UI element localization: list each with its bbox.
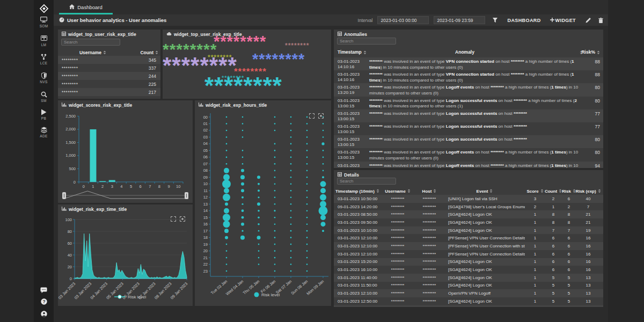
sidebar-item-sm[interactable]: SM xyxy=(34,91,54,103)
sort-icon[interactable] xyxy=(597,49,600,55)
bubble[interactable] xyxy=(258,196,259,198)
chat-button[interactable] xyxy=(34,287,54,294)
bubble[interactable] xyxy=(226,116,228,118)
detail-row[interactable]: 03-01-2023 10:10:00****************[SGA]… xyxy=(334,226,603,235)
bubble[interactable] xyxy=(226,250,228,252)
bubble[interactable] xyxy=(258,244,260,245)
bubble[interactable] xyxy=(290,143,292,145)
search-input[interactable]: Search xyxy=(61,39,120,46)
bubble[interactable] xyxy=(274,143,276,145)
bubble[interactable] xyxy=(274,157,276,158)
bubble[interactable] xyxy=(306,116,308,118)
bubble[interactable] xyxy=(226,136,228,138)
detail-row[interactable]: 03-01-2023 08:50:00****************[SGA]… xyxy=(334,210,603,218)
bubble[interactable] xyxy=(306,190,308,192)
sidebar-item-pb[interactable]: PB xyxy=(34,109,54,120)
bubble[interactable] xyxy=(323,150,324,151)
bubble[interactable] xyxy=(226,143,228,145)
column-username[interactable]: Username xyxy=(79,50,101,55)
bubble[interactable] xyxy=(306,210,308,211)
bubble[interactable] xyxy=(321,222,326,226)
bubble[interactable] xyxy=(241,216,244,219)
detail-row[interactable]: 03-01-2023 15:20:00****************[SGA]… xyxy=(334,258,603,266)
detail-row[interactable]: 03-01-2023 12:10:00****************[PFSe… xyxy=(334,234,603,242)
sort-icon[interactable] xyxy=(376,189,379,194)
interval-start-input[interactable]: 2023-01-03 00:00 xyxy=(377,16,429,24)
table-row[interactable]: ********217 xyxy=(58,88,160,96)
bubble[interactable] xyxy=(319,206,328,215)
bubble[interactable] xyxy=(241,169,244,172)
bubble[interactable] xyxy=(290,257,292,259)
bubble[interactable] xyxy=(290,123,292,125)
bubble[interactable] xyxy=(306,163,308,165)
bubble[interactable] xyxy=(306,136,308,138)
bubble[interactable] xyxy=(223,174,230,180)
bubble[interactable] xyxy=(274,163,276,165)
sidebar-item-nvs[interactable]: NVS xyxy=(34,72,54,84)
bubble[interactable] xyxy=(274,190,276,192)
wordcloud-word[interactable]: ******** xyxy=(252,52,305,67)
bubble[interactable] xyxy=(290,196,292,198)
bubble[interactable] xyxy=(257,202,260,206)
help-button[interactable]: ? xyxy=(34,298,54,305)
bubble[interactable] xyxy=(274,203,276,205)
detail-row[interactable]: 03-01-2023 12:10:00****************[PFSe… xyxy=(334,242,603,250)
bubble[interactable] xyxy=(224,229,229,233)
anomaly-row[interactable]: 03-01-202313:00:15******** was involved … xyxy=(334,122,603,135)
column-anomaly[interactable]: Anomaly xyxy=(455,49,474,55)
bubble[interactable] xyxy=(226,130,228,131)
bubble[interactable] xyxy=(320,181,326,187)
bubble[interactable] xyxy=(320,194,326,201)
bubble[interactable] xyxy=(274,123,276,125)
tab-dashboard[interactable]: Dashboard xyxy=(59,0,113,14)
column-risk-exp-[interactable]: Risk (exp) xyxy=(575,189,596,194)
bubble[interactable] xyxy=(323,136,324,138)
detail-row[interactable]: 03-01-2023 12:10:00****************[PFSe… xyxy=(334,250,603,258)
sidebar-item-lce[interactable]: LCE xyxy=(34,54,54,65)
bubble[interactable] xyxy=(241,203,243,205)
delete-icon[interactable] xyxy=(598,16,603,25)
bubble[interactable] xyxy=(242,157,244,158)
bubble[interactable] xyxy=(290,223,292,225)
bubble[interactable] xyxy=(290,150,292,151)
detail-row[interactable]: 03-01-2023 11:50:00****************[SGA]… xyxy=(334,282,603,290)
column-risk[interactable]: Risk xyxy=(562,189,571,194)
bubble[interactable] xyxy=(274,116,276,118)
detail-row[interactable]: 09-01-2023 14:20:00****************[SGA]… xyxy=(334,203,603,211)
column-score[interactable]: Score xyxy=(526,189,538,194)
wordcloud-word[interactable]: ******** xyxy=(285,42,309,49)
bubble[interactable] xyxy=(321,142,324,145)
bubble[interactable] xyxy=(240,236,245,240)
bubble[interactable] xyxy=(274,177,276,178)
bubble[interactable] xyxy=(322,230,324,232)
bubble[interactable] xyxy=(274,184,276,185)
bubble[interactable] xyxy=(290,230,292,232)
bubble[interactable] xyxy=(323,123,324,125)
anomaly-row[interactable]: 03-01-202313:00:15******** was involved … xyxy=(334,135,603,148)
bubble[interactable] xyxy=(274,270,276,272)
bubble[interactable] xyxy=(226,257,228,259)
bubble[interactable] xyxy=(306,184,308,185)
bubble[interactable] xyxy=(290,177,292,178)
bubble[interactable] xyxy=(226,163,228,165)
box-select-icon[interactable] xyxy=(171,214,176,224)
bubble[interactable] xyxy=(274,196,276,198)
bubble[interactable] xyxy=(226,157,228,158)
anomaly-row[interactable]: 03-01-202313:20:19******** was involved … xyxy=(334,83,603,96)
bubble[interactable] xyxy=(241,223,244,226)
bubble[interactable] xyxy=(306,203,308,205)
bubble[interactable] xyxy=(242,136,244,138)
bubble[interactable] xyxy=(306,217,308,218)
bubble[interactable] xyxy=(257,236,261,239)
bubble[interactable] xyxy=(290,210,292,211)
bubble[interactable] xyxy=(274,264,276,265)
bubble[interactable] xyxy=(306,237,308,238)
detail-row[interactable]: 03-01-2023 12:50:00****************[SGA]… xyxy=(334,297,603,305)
bubble[interactable] xyxy=(242,163,244,165)
table-row[interactable]: ********244 xyxy=(58,72,160,80)
bar[interactable] xyxy=(90,129,96,182)
add-widget-button[interactable]: WIDGET xyxy=(550,18,576,23)
lasso-select-icon[interactable] xyxy=(318,111,324,121)
bubble[interactable] xyxy=(224,208,229,214)
bubble[interactable] xyxy=(241,209,244,212)
